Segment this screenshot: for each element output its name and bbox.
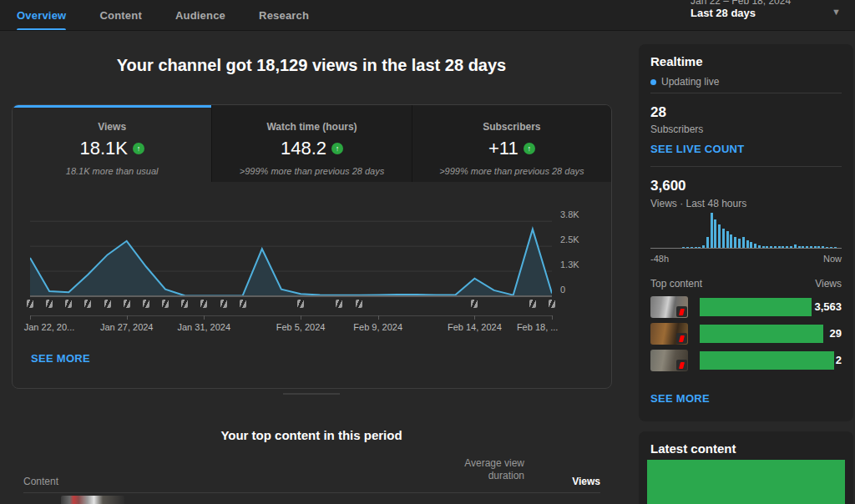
chevron-down-icon: ▼ — [832, 7, 841, 17]
upload-marker-icon[interactable] — [104, 300, 111, 308]
realtime-views-value: 3,600 — [650, 178, 686, 194]
see-more-link[interactable]: SEE MORE — [650, 392, 710, 405]
upload-marker-icon[interactable] — [65, 300, 72, 308]
column-header-content[interactable]: Content — [23, 476, 58, 487]
table-row-thumbnail[interactable] — [61, 496, 124, 504]
tab-overview[interactable]: Overview — [17, 0, 66, 31]
column-header-avg-view-duration[interactable]: Average view duration — [424, 457, 524, 482]
y-axis-tick: 0 — [560, 285, 594, 295]
upload-marker-icon[interactable] — [124, 300, 130, 308]
axis-end-label: Now — [823, 254, 842, 264]
metric-tab-watch-time[interactable]: Watch time (hours) 148.2 ↑ >999% more th… — [211, 105, 411, 182]
metric-label: Subscribers — [412, 121, 611, 133]
date-preset-label: Last 28 days — [691, 7, 756, 19]
page-title: Your channel got 18,129 views in the las… — [0, 56, 623, 75]
tab-research[interactable]: Research — [259, 0, 309, 31]
date-range-picker[interactable]: Jan 22 – Feb 18, 2024 Last 28 days ▼ — [686, 0, 845, 31]
realtime-subscribers-value: 28 — [650, 104, 666, 121]
upload-marker-icon[interactable] — [356, 300, 362, 308]
see-more-link[interactable]: SEE MORE — [31, 352, 90, 365]
realtime-views-label: Views · Last 48 hours — [650, 198, 746, 209]
realtime-bar — [734, 237, 736, 248]
column-header-views[interactable]: Views — [534, 476, 600, 487]
realtime-bar — [686, 247, 689, 248]
metric-value: +11 ↑ — [488, 138, 535, 159]
views-bar — [700, 325, 823, 343]
metric-label: Views — [13, 121, 211, 133]
realtime-bar — [706, 237, 709, 248]
realtime-bar — [766, 246, 768, 248]
upload-marker-icon[interactable] — [471, 300, 478, 308]
tab-content[interactable]: Content — [99, 0, 142, 31]
realtime-bar-chart[interactable] — [650, 214, 842, 249]
analytics-topbar: Overview Content Audience Research Jan 2… — [0, 0, 855, 31]
upload-marker-icon[interactable] — [336, 300, 342, 308]
realtime-bar — [782, 246, 784, 248]
tab-audience[interactable]: Audience — [175, 0, 225, 31]
realtime-bar — [718, 224, 721, 248]
upload-marker-icon[interactable] — [200, 300, 207, 308]
realtime-bar — [742, 237, 745, 248]
views-bar — [700, 298, 812, 316]
views-value: 29 — [830, 327, 842, 340]
upload-marker-icon[interactable] — [27, 300, 33, 308]
realtime-bar — [758, 245, 761, 248]
see-live-count-link[interactable]: SEE LIVE COUNT — [650, 143, 745, 155]
realtime-bar — [730, 234, 732, 248]
metric-value: 148.2 ↑ — [281, 138, 343, 159]
metric-tab-strip: Views 18.1K ↑ 18.1K more than usual Watc… — [13, 105, 611, 182]
x-axis-tick-label: Jan 22, 20... — [24, 322, 75, 332]
metric-tab-subscribers[interactable]: Subscribers +11 ↑ >999% more than previo… — [412, 105, 611, 182]
realtime-title: Realtime — [650, 54, 703, 68]
realtime-bar — [802, 246, 804, 248]
x-axis-tick-label: Feb 5, 2024 — [276, 322, 326, 332]
views-value: 3,563 — [814, 300, 842, 313]
live-dot-icon — [650, 79, 656, 85]
realtime-bar — [750, 242, 752, 248]
upload-marker-icon[interactable] — [549, 300, 555, 308]
chart-baseline — [30, 295, 552, 297]
realtime-bar — [711, 213, 713, 248]
views-bar — [700, 351, 834, 370]
top-content-row[interactable]: 3,563 — [650, 296, 842, 318]
latest-content-card: Latest content — [639, 431, 853, 504]
x-axis-tick-label: Feb 9, 2024 — [353, 322, 402, 332]
key-metrics-card: Views 18.1K ↑ 18.1K more than usual Watc… — [12, 104, 612, 389]
upload-marker-icon[interactable] — [46, 300, 53, 308]
realtime-bar — [794, 244, 797, 248]
metric-tab-views[interactable]: Views 18.1K ↑ 18.1K more than usual — [13, 105, 211, 182]
top-content-row[interactable]: 2 — [650, 350, 842, 371]
realtime-bar — [774, 246, 777, 248]
realtime-bar — [814, 246, 817, 248]
views-line-chart[interactable] — [30, 209, 552, 296]
realtime-bar — [746, 240, 749, 248]
video-thumbnail[interactable] — [650, 296, 688, 318]
video-thumbnail[interactable] — [650, 350, 688, 371]
upload-marker-icon[interactable] — [181, 300, 188, 308]
realtime-bar — [714, 219, 716, 248]
shorts-icon — [676, 333, 687, 344]
x-axis-tick — [474, 315, 475, 320]
top-content-row[interactable]: 29 — [650, 323, 842, 345]
upload-marker-icon[interactable] — [220, 300, 227, 308]
upload-marker-icon[interactable] — [84, 300, 91, 308]
realtime-bar — [834, 247, 837, 248]
upload-marker-icon[interactable] — [240, 300, 246, 308]
realtime-subscribers-label: Subscribers — [650, 123, 703, 135]
x-axis-tick — [30, 315, 31, 320]
y-axis-tick: 1.3K — [560, 260, 594, 270]
realtime-bar — [790, 246, 792, 248]
upload-marker-icon[interactable] — [143, 300, 149, 308]
video-thumbnail[interactable] — [650, 323, 688, 345]
upload-marker-icon[interactable] — [162, 300, 169, 308]
upload-marker-icon[interactable] — [297, 300, 304, 308]
metric-value: 18.1K ↑ — [79, 138, 144, 159]
main-column: Your channel got 18,129 views in the las… — [0, 31, 632, 504]
realtime-card: Realtime Updating live 28 Subscribers SE… — [639, 44, 853, 421]
date-range-text: Jan 22 – Feb 18, 2024 — [691, 0, 791, 7]
realtime-bar — [778, 246, 781, 248]
realtime-bar — [702, 245, 705, 248]
upload-marker-icon[interactable] — [529, 300, 536, 308]
latest-video-thumbnail[interactable] — [647, 460, 845, 504]
realtime-bar — [770, 246, 772, 248]
